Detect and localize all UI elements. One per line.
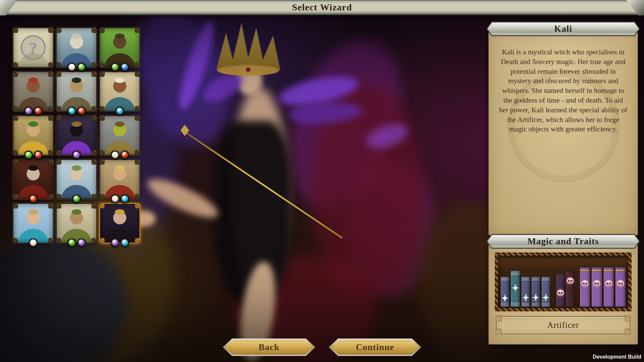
continue-button[interactable]: Continue [329, 339, 421, 356]
frame-knot-icon [92, 160, 97, 165]
magic-realm-dots [57, 63, 96, 71]
mana-dot-purple [77, 238, 86, 247]
page-title: Select Wizard [292, 2, 352, 13]
sparkle-icon [523, 294, 529, 302]
frame-knot-icon [92, 28, 97, 33]
portrait-slot-14[interactable] [56, 203, 97, 243]
frame-knot-icon [100, 72, 105, 77]
sparkle-icon [512, 284, 519, 292]
portrait-slot-6[interactable] [99, 71, 140, 112]
portrait-art [13, 72, 53, 111]
portrait-art [13, 160, 53, 199]
back-button-label: Back [259, 342, 280, 353]
portrait-slot-4[interactable] [13, 71, 54, 112]
mana-dot-cyan [120, 194, 129, 203]
art-shape [349, 158, 436, 298]
mana-dot-purple [72, 150, 81, 159]
knot-ornament-icon [496, 329, 501, 335]
portrait-slot-7[interactable] [13, 115, 54, 156]
portrait-art [57, 72, 96, 111]
mana-dot-cyan [120, 238, 129, 247]
knot-ornament-icon [625, 329, 631, 335]
frame-knot-icon [135, 203, 140, 208]
frame-knot-icon [13, 116, 18, 121]
skull-icon [617, 280, 624, 287]
mana-dot-purple [24, 107, 33, 115]
portrait-art [100, 204, 140, 243]
frame-knot-icon [56, 116, 61, 121]
portrait-slot-3[interactable] [99, 27, 140, 68]
frame-knot-icon [135, 28, 140, 33]
knot-ornament-icon [496, 316, 501, 321]
knot-ornament-icon [625, 316, 631, 321]
mana-dot-green [67, 238, 76, 247]
frame-knot-icon [48, 116, 53, 121]
magic-realm-dots [100, 194, 140, 203]
portrait-slot-1[interactable]: ? [13, 27, 54, 68]
portrait-slot-11[interactable] [56, 159, 97, 199]
portrait-art [13, 204, 53, 243]
mana-dot-green [72, 194, 81, 203]
frame-knot-icon [48, 203, 53, 208]
portrait-slot-13[interactable] [13, 203, 54, 243]
continue-button-label: Continue [356, 342, 394, 353]
magic-realm-dots [100, 63, 140, 71]
spell-book-sorcery [532, 277, 540, 307]
sparkle-icon [532, 294, 539, 302]
magic-traits-panel: Artificer [488, 244, 638, 345]
back-button[interactable]: Back [223, 339, 315, 356]
magic-realm-dots [57, 238, 96, 247]
mana-dot-purple [111, 238, 119, 247]
wizard-name-banner: Kali [486, 21, 640, 36]
spell-book-sorcery [511, 271, 520, 307]
mana-dot-white [111, 194, 119, 203]
magic-realm-dots [100, 107, 140, 115]
art-shape [215, 121, 292, 308]
mana-dot-white [67, 63, 76, 71]
magic-traits-title: Magic and Traits [527, 236, 599, 247]
select-wizard-screen: Select Wizard ? [0, 0, 644, 362]
portrait-slot-5[interactable] [56, 71, 97, 112]
magic-realm-dots [100, 238, 140, 247]
frame-knot-icon [92, 203, 97, 208]
wizard-description-panel: Kali is a mystical witch who specialises… [488, 32, 638, 235]
magic-realm-dots [13, 238, 53, 247]
portrait-art [57, 116, 96, 155]
spell-book-sorcery [522, 277, 530, 307]
question-mark-glyph: ? [21, 35, 46, 60]
skull-icon [605, 280, 612, 287]
portrait-slot-9[interactable] [99, 115, 140, 156]
mana-dot-red [120, 150, 129, 159]
portrait-slot-2[interactable] [56, 27, 97, 68]
frame-knot-icon [56, 72, 61, 77]
staff-art [185, 131, 343, 239]
frame-knot-icon [13, 160, 18, 165]
portrait-slot-8[interactable] [56, 115, 97, 156]
art-shape [268, 25, 423, 223]
frame-knot-icon [48, 160, 53, 165]
portrait-art [57, 160, 96, 199]
art-shape [143, 172, 222, 224]
frame-knot-icon [56, 203, 61, 208]
crown-art [211, 20, 285, 77]
mana-dot-red [77, 107, 86, 115]
spell-book-death [615, 267, 626, 307]
portrait-slot-10[interactable] [13, 159, 54, 199]
magic-realm-dots [13, 150, 53, 159]
mana-dot-white [111, 150, 119, 159]
portrait-slot-15[interactable] [99, 203, 140, 243]
wizard-description: Kali is a mystical witch who specialises… [489, 33, 638, 134]
magic-realm-dots [13, 107, 53, 115]
magic-realm-dots [13, 194, 53, 203]
spell-book-death [556, 274, 565, 307]
title-bar: Select Wizard [0, 0, 644, 15]
frame-knot-icon [48, 28, 53, 33]
spellbook-row [501, 258, 626, 307]
frame-knot-icon [100, 116, 105, 121]
mana-dot-green [24, 150, 33, 159]
frame-knot-icon [100, 28, 105, 33]
spell-book-death [604, 267, 614, 307]
skull-icon [582, 280, 589, 287]
portrait-art [13, 116, 53, 155]
portrait-slot-12[interactable] [99, 159, 140, 199]
